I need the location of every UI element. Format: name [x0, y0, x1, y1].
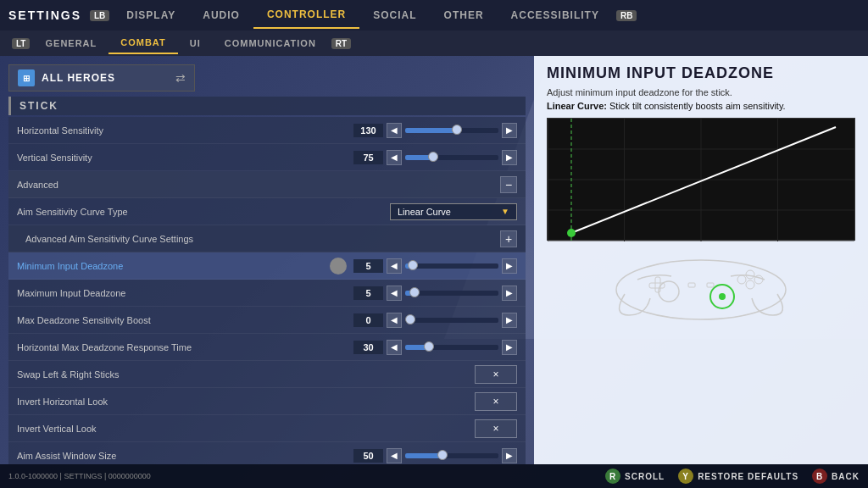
- back-button[interactable]: B BACK: [812, 469, 860, 484]
- boost-left[interactable]: ◀: [387, 313, 402, 328]
- aim-curve-value: Linear Curve: [398, 207, 451, 217]
- restore-defaults-button[interactable]: Y RESTORE DEFAULTS: [678, 469, 798, 484]
- right-panel-curve-label: Linear Curve: Stick tilt consistently bo…: [547, 101, 855, 111]
- svg-point-18: [746, 270, 754, 279]
- aim-assist-window-label: Aim Assist Window Size: [17, 451, 353, 461]
- right-panel: MINIMUM INPUT DEADZONE Adjust minimum in…: [534, 56, 868, 464]
- h-deadzone-response-row: Horizontal Max Deadzone Response Time 30…: [8, 334, 526, 361]
- stick-settings-list: Horizontal Sensitivity 130 ◀ ▶ Vertical …: [8, 117, 526, 464]
- invert-h-toggle[interactable]: ×: [475, 392, 517, 411]
- aim-curve-type-label: Aim Sensitivity Curve Type: [17, 207, 390, 217]
- vertical-sensitivity-row: Vertical Sensitivity 75 ◀ ▶: [8, 144, 526, 171]
- hero-selector[interactable]: ⊞ ALL HEROES ⇄: [8, 64, 195, 92]
- svg-point-14: [719, 293, 726, 300]
- max-input-deadzone-label: Maximum Input Deadzone: [17, 288, 353, 298]
- boost-slider[interactable]: [405, 318, 498, 323]
- scroll-button[interactable]: R SCROLL: [605, 469, 665, 484]
- boost-right[interactable]: ▶: [502, 313, 517, 328]
- rt-badge: RT: [331, 38, 351, 49]
- sub-tab-general[interactable]: GENERAL: [33, 33, 108, 53]
- aim-assist-slider[interactable]: [405, 453, 498, 458]
- min-deadzone-left[interactable]: ◀: [387, 258, 402, 274]
- max-input-deadzone-row: Maximum Input Deadzone 5 ◀ ▶: [8, 280, 526, 307]
- deadzone-indicator: [330, 258, 347, 274]
- aim-assist-window-row: Aim Assist Window Size 50 ◀ ▶: [8, 442, 526, 464]
- controller-illustration: [547, 241, 855, 325]
- vertical-sensitivity-left[interactable]: ◀: [387, 150, 402, 165]
- svg-rect-21: [688, 283, 695, 287]
- advanced-collapse-button[interactable]: −: [500, 176, 517, 193]
- version-text: 1.0.0-1000000 | SETTINGS | 0000000000: [8, 472, 151, 480]
- top-navigation: SETTINGS LB DISPLAY AUDIO CONTROLLER SOC…: [0, 0, 868, 30]
- aim-curve-dropdown[interactable]: Linear Curve ▼: [390, 203, 517, 220]
- h-deadzone-response-label: Horizontal Max Deadzone Response Time: [17, 342, 353, 352]
- left-panel: ⊞ ALL HEROES ⇄ STICK Horizontal Sensitiv…: [0, 56, 534, 464]
- min-input-deadzone-row: Minimum Input Deadzone 5 ◀ ▶: [8, 252, 526, 280]
- lb-badge: LB: [90, 10, 109, 21]
- max-deadzone-slider[interactable]: [405, 291, 498, 296]
- sub-tab-communication[interactable]: COMMUNICATION: [213, 33, 328, 53]
- rb-badge: RB: [616, 10, 637, 21]
- vertical-sensitivity-right[interactable]: ▶: [502, 150, 517, 165]
- curve-desc: Stick tilt consistently boosts aim sensi…: [609, 101, 786, 111]
- swap-sticks-label: Swap Left & Right Sticks: [17, 369, 475, 380]
- main-content: ⊞ ALL HEROES ⇄ STICK Horizontal Sensitiv…: [0, 56, 868, 464]
- back-label: BACK: [832, 472, 860, 481]
- svg-rect-15: [655, 277, 660, 292]
- aim-assist-right[interactable]: ▶: [502, 448, 517, 463]
- aim-curve-type-row: Aim Sensitivity Curve Type Linear Curve …: [8, 198, 526, 225]
- restore-label: RESTORE DEFAULTS: [698, 472, 798, 481]
- min-input-deadzone-value: 5: [353, 259, 383, 273]
- right-panel-title: MINIMUM INPUT DEADZONE: [547, 64, 855, 82]
- vertical-sensitivity-slider[interactable]: [405, 155, 498, 160]
- invert-v-row: Invert Vertical Look ×: [8, 415, 526, 442]
- curve-type-label: Linear Curve:: [547, 101, 607, 111]
- h-response-slider[interactable]: [405, 345, 498, 350]
- advanced-aim-sub-label: Advanced Aim Sensitivity Curve Settings: [25, 234, 500, 244]
- invert-h-row: Invert Horizontal Look ×: [8, 388, 526, 415]
- sub-tab-ui[interactable]: UI: [178, 33, 213, 53]
- invert-h-label: Invert Horizontal Look: [17, 396, 475, 407]
- swap-sticks-toggle[interactable]: ×: [475, 365, 517, 384]
- svg-rect-22: [707, 283, 714, 287]
- advanced-header-row: Advanced −: [8, 171, 526, 198]
- min-deadzone-slider[interactable]: [405, 263, 498, 269]
- restore-badge: Y: [678, 469, 693, 484]
- h-response-left[interactable]: ◀: [387, 340, 402, 355]
- hero-icon: ⊞: [18, 69, 35, 86]
- horizontal-sensitivity-row: Horizontal Sensitivity 130 ◀ ▶: [8, 117, 526, 144]
- settings-title: SETTINGS: [8, 8, 81, 22]
- svg-point-10: [567, 229, 576, 237]
- bottom-right-actions: R SCROLL Y RESTORE DEFAULTS B BACK: [605, 469, 860, 484]
- invert-v-toggle[interactable]: ×: [475, 419, 517, 438]
- horizontal-sensitivity-right[interactable]: ▶: [502, 123, 517, 138]
- aim-assist-window-value: 50: [353, 449, 383, 463]
- bottom-bar: 1.0.0-1000000 | SETTINGS | 0000000000 R …: [0, 464, 868, 488]
- tab-other[interactable]: OTHER: [431, 3, 498, 28]
- dropdown-arrow-icon: ▼: [501, 207, 509, 216]
- advanced-aim-expand-button[interactable]: +: [500, 230, 517, 247]
- h-response-right[interactable]: ▶: [502, 340, 517, 355]
- aim-assist-left[interactable]: ◀: [387, 448, 402, 463]
- max-deadzone-boost-label: Max Deadzone Sensitivity Boost: [17, 315, 353, 325]
- sub-tab-combat[interactable]: COMBAT: [108, 32, 177, 54]
- stick-section-header: STICK: [8, 97, 526, 115]
- controller-svg: [608, 247, 794, 324]
- tab-controller[interactable]: CONTROLLER: [253, 2, 359, 29]
- advanced-label: Advanced: [17, 180, 500, 190]
- max-deadzone-right[interactable]: ▶: [502, 286, 517, 301]
- horizontal-sensitivity-label: Horizontal Sensitivity: [17, 125, 353, 136]
- max-deadzone-left[interactable]: ◀: [387, 286, 402, 301]
- tab-audio[interactable]: AUDIO: [189, 3, 253, 28]
- tab-accessibility[interactable]: ACCESSIBILITY: [498, 3, 613, 28]
- min-deadzone-right[interactable]: ▶: [502, 258, 517, 274]
- tab-social[interactable]: SOCIAL: [359, 3, 430, 28]
- min-input-deadzone-label: Minimum Input Deadzone: [17, 261, 330, 271]
- horizontal-sensitivity-left[interactable]: ◀: [387, 123, 402, 138]
- tab-display[interactable]: DISPLAY: [113, 3, 189, 28]
- swap-sticks-row: Swap Left & Right Sticks ×: [8, 361, 526, 388]
- vertical-sensitivity-label: Vertical Sensitivity: [17, 152, 353, 163]
- curve-graph: [547, 118, 855, 241]
- svg-point-17: [737, 275, 746, 284]
- horizontal-sensitivity-slider[interactable]: [405, 128, 498, 133]
